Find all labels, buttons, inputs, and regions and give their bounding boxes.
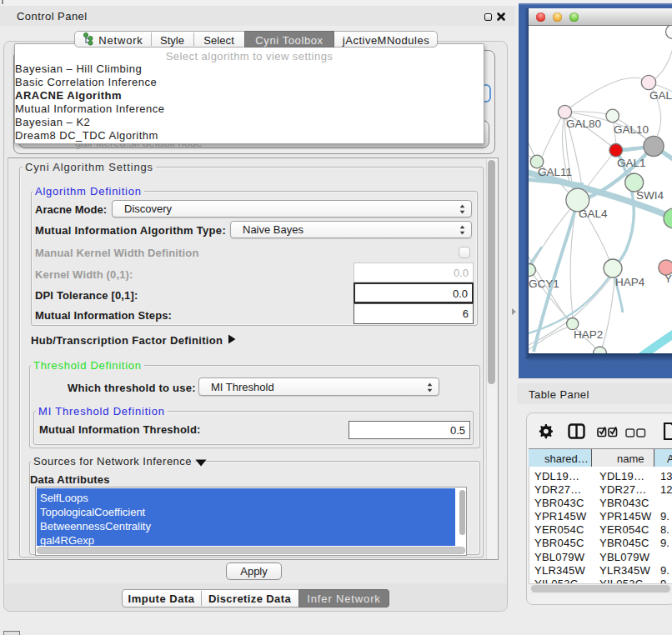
svg-text:SWI4: SWI4 [636, 189, 664, 202]
svg-text:Y: Y [664, 272, 672, 285]
svg-text:GAL11: GAL11 [538, 166, 572, 178]
svg-text:HAP4: HAP4 [615, 276, 645, 288]
svg-text:GAL4: GAL4 [579, 208, 608, 220]
svg-text:GAL10: GAL10 [614, 123, 649, 136]
svg-text:HAP2: HAP2 [574, 328, 603, 341]
svg-text:GAL80: GAL80 [566, 118, 601, 130]
svg-text:GAL: GAL [649, 89, 672, 102]
svg-text:GCY1: GCY1 [529, 278, 559, 290]
svg-text:GAL1: GAL1 [617, 157, 646, 169]
